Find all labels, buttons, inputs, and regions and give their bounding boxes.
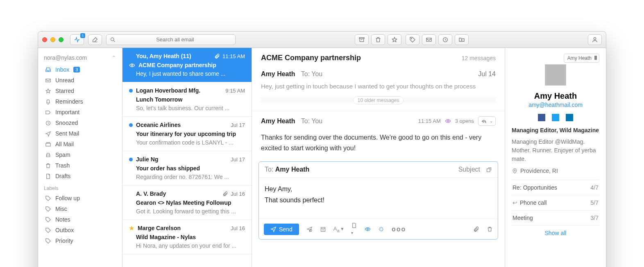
nav-label: Reminders [55, 98, 83, 105]
svg-point-14 [367, 229, 369, 230]
label-priority[interactable]: Priority [38, 235, 122, 246]
trash-button[interactable] [371, 34, 385, 45]
nav-label: Priority [55, 238, 73, 244]
contact-title: Managing Editor, Wild Magazine [512, 127, 599, 134]
show-all-link[interactable]: Show all [512, 226, 599, 240]
discard-icon[interactable] [487, 226, 493, 232]
account-row[interactable]: nora@nylas.com ⌃ [38, 52, 122, 64]
thread-item[interactable]: Julie NgJul 17Your order has shippedRega… [122, 151, 252, 186]
nav-label: Misc [55, 206, 67, 212]
nav-drafts[interactable]: Drafts [38, 171, 122, 181]
contact-email[interactable]: amy@heathmail.com [512, 102, 599, 108]
thread-item[interactable]: Logan Hoverboard Mfg.9:15 AMLunch Tomorr… [122, 82, 252, 117]
move-folder-button[interactable] [455, 34, 469, 45]
nav-inbox[interactable]: Inbox 3 [38, 64, 122, 75]
inbox-icon [45, 67, 51, 73]
collapsed-to: You [311, 70, 322, 77]
label-notes[interactable]: Notes [38, 214, 122, 225]
nav-spam[interactable]: Spam [38, 149, 122, 160]
nav-allmail[interactable]: All Mail [38, 139, 122, 149]
to-label: To: [301, 118, 310, 124]
maximize-window-button[interactable] [59, 37, 63, 42]
collapsed-date: Jul 14 [478, 70, 496, 78]
popout-icon[interactable] [486, 167, 492, 173]
thread-item[interactable]: ★Marge CarelsonJul 16Wild Magazine - Nyl… [122, 220, 252, 254]
thread-item[interactable]: A. V. BradyJul 16Gearon <> Nylas Meeting… [122, 186, 252, 220]
to-label: To: [301, 70, 310, 77]
compose-to-label: To: [265, 166, 273, 173]
archive-button[interactable] [355, 34, 369, 45]
nav-reminders[interactable]: Reminders [38, 96, 122, 107]
related-thread[interactable]: ↩Phone call5/7 [512, 195, 599, 210]
svg-rect-8 [45, 143, 50, 146]
clock-icon [45, 120, 51, 126]
collapse-icon[interactable]: ⌃ [111, 54, 116, 61]
tag-icon [45, 238, 51, 244]
nav-label: Follow up [55, 195, 80, 201]
format-icon[interactable]: Aa ▾ [333, 226, 344, 233]
reply-dropdown[interactable]: ⌄ [478, 116, 496, 126]
search-field[interactable] [106, 34, 236, 45]
star-icon: ★ [129, 225, 134, 231]
nav-trash[interactable]: Trash [38, 160, 122, 171]
compose-subject-hint[interactable]: Subject [458, 166, 480, 173]
unread-dot [129, 158, 133, 161]
contact-name: Amy Heath [512, 91, 599, 101]
twitter-icon[interactable] [552, 114, 559, 121]
message-reader: ACME Company partnership 12 messages Amy… [252, 48, 505, 267]
bell-icon [45, 99, 51, 105]
account-button[interactable] [588, 34, 602, 45]
reminder-icon[interactable] [320, 226, 326, 232]
nav-sent[interactable]: Sent Mail [38, 128, 122, 139]
facebook-icon[interactable] [538, 114, 545, 121]
nav-unread[interactable]: Unread [38, 75, 122, 86]
older-messages-button[interactable]: 10 older messages [353, 96, 404, 104]
compose-body[interactable]: Hey Amy,That sounds perfect! [259, 178, 498, 219]
attach-icon[interactable] [473, 226, 479, 232]
nav-label: Unread [55, 77, 74, 84]
svg-rect-1 [359, 37, 364, 38]
thread-item[interactable]: Oceanic AirlinesJul 17Your itinerary for… [122, 117, 252, 151]
open-to: You [311, 118, 322, 124]
open-body: Thanks for sending over the documents. W… [261, 126, 496, 160]
related-thread[interactable]: Re: Opportunities4/7 [512, 180, 599, 195]
compose-button[interactable] [88, 34, 102, 45]
search-input[interactable] [118, 36, 232, 43]
folder-sidebar: nora@nylas.com ⌃ Inbox 3 Unread Starred … [38, 48, 122, 267]
linkedin-icon[interactable] [566, 114, 573, 121]
send-button[interactable]: Send [264, 224, 299, 235]
label-outbox[interactable]: Outbox [38, 225, 122, 235]
activity-button[interactable] [70, 34, 84, 45]
nav-snoozed[interactable]: Snoozed [38, 118, 122, 128]
collapsed-preview[interactable]: Hey, just getting in touch because I wan… [261, 78, 496, 91]
nav-label: Drafts [55, 173, 70, 179]
thread-item[interactable]: You, Amy Heath (11)11:15 AMACME Company … [122, 48, 252, 82]
svg-rect-11 [487, 169, 490, 172]
minimize-window-button[interactable] [50, 37, 55, 42]
search-icon [110, 36, 116, 43]
star-button[interactable] [388, 34, 401, 45]
tag-icon [45, 227, 51, 233]
tracking-icon[interactable] [365, 226, 371, 232]
titlebar [38, 32, 606, 48]
template-icon[interactable]: ▾ [351, 222, 357, 236]
contact-picker[interactable]: Amy Heath ▴▾ [564, 54, 599, 63]
unread-icon [45, 77, 51, 84]
close-window-button[interactable] [42, 37, 47, 42]
nav-label: Outbox [55, 227, 74, 233]
nav-starred[interactable]: Starred [38, 86, 122, 96]
mark-read-button[interactable] [422, 34, 436, 45]
label-button[interactable] [406, 34, 420, 45]
related-thread[interactable]: Meeting3/7 [512, 210, 599, 226]
send-later-icon[interactable] [306, 226, 313, 232]
nav-important[interactable]: Important [38, 107, 122, 118]
label-followup[interactable]: Follow up [38, 193, 122, 204]
svg-point-15 [514, 170, 515, 171]
more-icon[interactable]: ooo [392, 226, 406, 233]
related-threads: Re: Opportunities4/7↩Phone call5/7Meetin… [512, 180, 599, 226]
sparkle-icon[interactable] [378, 226, 384, 232]
label-misc[interactable]: Misc [38, 204, 122, 214]
nav-label: All Mail [55, 141, 74, 147]
contact-panel: Amy Heath ▴▾ Amy Heath amy@heathmail.com… [505, 48, 606, 267]
snooze-button[interactable] [438, 34, 452, 45]
